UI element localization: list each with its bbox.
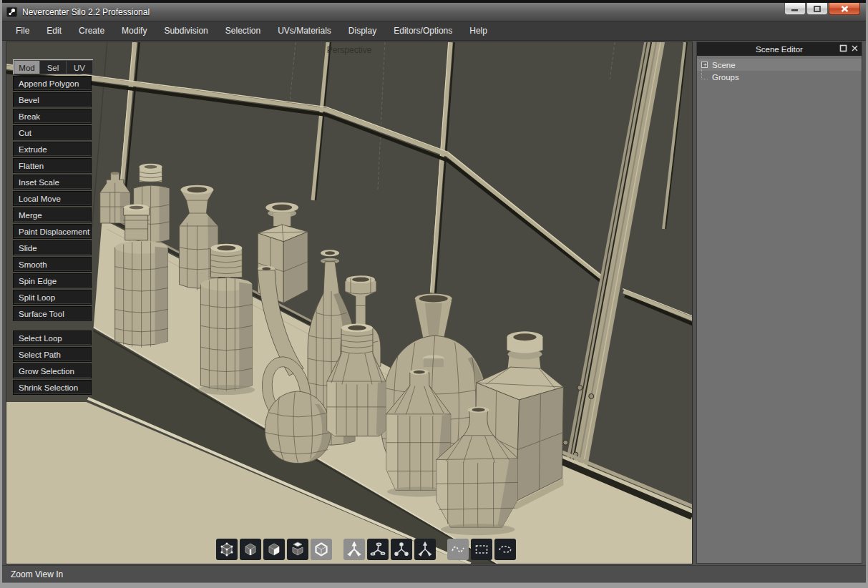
multi-mode-button[interactable] bbox=[311, 539, 332, 560]
lasso-select-button[interactable] bbox=[494, 539, 516, 560]
tool-extrude[interactable]: Extrude bbox=[13, 142, 92, 157]
menu-item-modify[interactable]: Modify bbox=[115, 26, 153, 36]
marquee-select-button[interactable] bbox=[471, 539, 492, 560]
paint-select-button[interactable] bbox=[447, 539, 469, 560]
tool-merge[interactable]: Merge bbox=[13, 207, 92, 222]
tool-split-loop[interactable]: Split Loop bbox=[13, 290, 92, 305]
tool-flatten[interactable]: Flatten bbox=[13, 158, 92, 173]
app-window: Nevercenter Silo 2.2 Professional File E… bbox=[0, 0, 868, 588]
tool-surface-tool[interactable]: Surface Tool bbox=[13, 306, 92, 321]
expand-icon[interactable] bbox=[701, 62, 708, 68]
bottom-toolbar bbox=[216, 539, 527, 560]
window-frame-bottom bbox=[2, 582, 866, 588]
object-mode-button[interactable] bbox=[287, 539, 308, 560]
float-panel-icon[interactable] bbox=[839, 44, 847, 54]
scene-editor-title: Scene Editor bbox=[756, 45, 803, 54]
status-bar: Zoom View In bbox=[2, 565, 866, 582]
window-controls bbox=[784, 3, 860, 15]
window-title: Nevercenter Silo 2.2 Professional bbox=[22, 7, 150, 17]
menu-item-edit[interactable]: Edit bbox=[40, 26, 68, 36]
tree-item-groups[interactable]: Groups bbox=[697, 71, 862, 83]
tree-item-scene-label: Scene bbox=[712, 61, 736, 69]
manipulator-group bbox=[343, 539, 438, 560]
menu-item-editors-options[interactable]: Editors/Options bbox=[387, 26, 459, 36]
tool-append-polygon[interactable]: Append Polygon bbox=[13, 76, 92, 91]
tool-grow-selection[interactable]: Grow Selection bbox=[13, 363, 92, 378]
menu-item-display[interactable]: Display bbox=[342, 26, 383, 36]
menu-item-file[interactable]: File bbox=[9, 26, 36, 36]
close-button[interactable] bbox=[829, 3, 860, 15]
tool-bevel[interactable]: Bevel bbox=[13, 92, 92, 107]
maximize-button[interactable] bbox=[806, 3, 828, 15]
viewport-label: Perspective bbox=[327, 45, 372, 55]
scale-tool-button[interactable] bbox=[391, 539, 412, 560]
tool-inset-scale[interactable]: Inset Scale bbox=[13, 175, 92, 190]
menu-item-uvs-materials[interactable]: UVs/Materials bbox=[271, 26, 338, 36]
rotate-tool-button[interactable] bbox=[367, 539, 389, 560]
menu-item-subdivision[interactable]: Subdivision bbox=[157, 26, 214, 36]
tool-panel-tabs: Mod Sel UV bbox=[13, 59, 93, 74]
tool-local-move[interactable]: Local Move bbox=[13, 191, 92, 206]
scene-tree: Scene Groups bbox=[697, 56, 862, 83]
scene-render bbox=[6, 42, 692, 564]
scene-editor-titlebar[interactable]: Scene Editor bbox=[697, 42, 862, 56]
face-mode-button[interactable] bbox=[263, 539, 285, 560]
scene-editor-panel: Scene Editor Scene Groups bbox=[696, 41, 862, 564]
tool-cut[interactable]: Cut bbox=[13, 125, 92, 140]
selection-style-group bbox=[447, 539, 518, 560]
tab-mod[interactable]: Mod bbox=[14, 60, 40, 74]
vertex-mode-button[interactable] bbox=[216, 539, 238, 560]
menu-item-create[interactable]: Create bbox=[72, 26, 111, 36]
tree-item-scene[interactable]: Scene bbox=[697, 59, 862, 71]
menu-item-help[interactable]: Help bbox=[463, 26, 494, 36]
tool-select-path[interactable]: Select Path bbox=[13, 347, 92, 362]
manipulator-tool-button[interactable] bbox=[343, 539, 365, 560]
minimize-button[interactable] bbox=[784, 3, 806, 15]
menu-item-selection[interactable]: Selection bbox=[219, 26, 267, 36]
menu-bar: File Edit Create Modify Subdivision Sele… bbox=[2, 21, 866, 41]
app-logo-icon bbox=[6, 6, 18, 18]
tool-select-loop[interactable]: Select Loop bbox=[13, 330, 92, 346]
tab-sel[interactable]: Sel bbox=[40, 60, 67, 74]
move-tool-button[interactable] bbox=[414, 539, 436, 560]
modeling-buttons: Append Polygon Bevel Break Cut Extrude F… bbox=[13, 76, 93, 321]
selection-buttons: Select Loop Select Path Grow Selection S… bbox=[13, 330, 93, 395]
main-area: Perspective Mod Sel UV Append Polygon Be… bbox=[2, 41, 866, 565]
close-panel-icon[interactable] bbox=[851, 44, 859, 54]
tool-panel: Mod Sel UV Append Polygon Bevel Break Cu… bbox=[13, 59, 93, 396]
viewport-3d[interactable]: Perspective Mod Sel UV Append Polygon Be… bbox=[6, 41, 693, 564]
tool-smooth[interactable]: Smooth bbox=[13, 257, 92, 272]
tool-paint-displacement[interactable]: Paint Displacement bbox=[13, 224, 92, 239]
edge-mode-button[interactable] bbox=[240, 539, 261, 560]
tab-uv[interactable]: UV bbox=[67, 60, 93, 74]
selection-mode-group bbox=[216, 539, 334, 560]
status-text: Zoom View In bbox=[11, 569, 63, 579]
tool-spin-edge[interactable]: Spin Edge bbox=[13, 273, 92, 288]
tool-shrink-selection[interactable]: Shrink Selection bbox=[13, 380, 92, 395]
title-bar[interactable]: Nevercenter Silo 2.2 Professional bbox=[2, 3, 866, 21]
tool-slide[interactable]: Slide bbox=[13, 240, 92, 255]
tree-item-groups-label: Groups bbox=[712, 73, 739, 82]
tool-break[interactable]: Break bbox=[13, 109, 92, 124]
tree-connector-line bbox=[701, 69, 708, 79]
